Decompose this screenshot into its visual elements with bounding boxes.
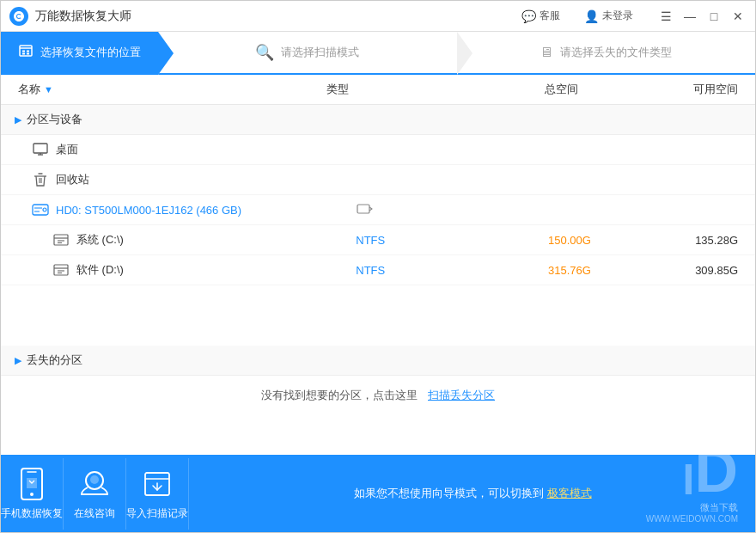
- online-consult-btn[interactable]: 在线咨询: [64, 458, 126, 530]
- partition-c-icon: [52, 231, 70, 248]
- svg-rect-6: [33, 205, 48, 215]
- col-total-header: 总空间: [418, 82, 578, 97]
- title-bar: 万能数据恢复大师 💬 客服 👤 未登录 ☰ — □ ✕: [1, 1, 755, 32]
- list-item-recycle[interactable]: 回收站: [1, 165, 755, 195]
- window-controls: ☰ — □ ✕: [657, 8, 747, 25]
- lost-notice-text: 没有找到想要的分区，点击这里: [261, 388, 418, 403]
- mobile-recovery-btn[interactable]: 手机数据恢复: [1, 458, 64, 530]
- svg-rect-1: [22, 51, 25, 52]
- scan-lost-link[interactable]: 扫描丢失分区: [428, 388, 495, 403]
- svg-rect-9: [54, 235, 68, 245]
- partition-d-type: NTFS: [297, 264, 444, 277]
- svg-rect-2: [22, 53, 25, 55]
- wizard-step1-icon: [18, 43, 34, 62]
- svg-rect-5: [34, 144, 47, 153]
- partition-c-name: 系统 (C:\): [76, 232, 297, 248]
- list-item-partition-c[interactable]: 系统 (C:\) NTFS 150.00G 135.28G: [1, 225, 755, 255]
- col-free-header: 可用空间: [578, 82, 738, 97]
- monitor-icon: 🖥: [540, 45, 553, 60]
- wizard-bar: 选择恢复文件的位置 🔍 请选择扫描模式 🖥 请选择丢失的文件类型: [1, 32, 755, 75]
- col-name-label: 名称: [18, 82, 40, 97]
- section-lost-header[interactable]: ▶ 丢失的分区: [1, 346, 755, 376]
- consult-icon: [77, 467, 112, 501]
- customer-label: 客服: [540, 9, 560, 23]
- main-content: ▶ 分区与设备 桌面: [1, 105, 755, 455]
- hdd-icon: [32, 201, 49, 218]
- bottom-msg-text: 如果您不想使用向导模式，可以切换到: [354, 486, 544, 501]
- svg-rect-10: [54, 265, 68, 275]
- wizard-step3-label: 请选择丢失的文件类型: [560, 45, 672, 60]
- table-header: 名称 ▼ 类型 总空间 可用空间: [1, 75, 755, 105]
- mobile-icon: [15, 467, 49, 501]
- app-title: 万能数据恢复大师: [35, 9, 515, 24]
- menu-btn[interactable]: ☰: [657, 8, 674, 25]
- section-lost-arrow: ▶: [15, 355, 21, 366]
- wizard-step1-label: 选择恢复文件的位置: [40, 45, 141, 60]
- app-logo: [9, 7, 28, 26]
- section-devices-arrow: ▶: [15, 114, 21, 126]
- import-scan-label: 导入扫描记录: [126, 506, 188, 521]
- svg-point-7: [43, 208, 46, 211]
- wizard-step2-label: 请选择扫描模式: [281, 45, 359, 60]
- login-btn[interactable]: 👤 未登录: [577, 6, 640, 26]
- svg-rect-0: [20, 46, 32, 56]
- col-name-header[interactable]: 名称 ▼: [18, 82, 258, 97]
- user-icon: 👤: [584, 9, 599, 23]
- wizard-step-3[interactable]: 🖥 请选择丢失的文件类型: [457, 32, 756, 73]
- bottom-message: 如果您不想使用向导模式，可以切换到 极客模式: [190, 455, 755, 532]
- login-label: 未登录: [602, 9, 633, 23]
- spacer: [1, 285, 755, 337]
- col-type-header: 类型: [258, 82, 418, 97]
- list-item-partition-d[interactable]: 软件 (D:\) NTFS 315.76G 309.85G: [1, 255, 755, 285]
- expert-mode-link[interactable]: 极客模式: [547, 486, 592, 501]
- import-icon: [140, 467, 174, 501]
- section-lost-label: 丢失的分区: [27, 352, 82, 368]
- partition-d-free: 309.85G: [591, 264, 738, 277]
- lost-notice: 没有找到想要的分区，点击这里 扫描丢失分区: [1, 376, 755, 415]
- mobile-recovery-label: 手机数据恢复: [1, 506, 63, 521]
- partition-d-icon: [52, 261, 70, 279]
- close-btn[interactable]: ✕: [729, 8, 747, 25]
- minimize-btn[interactable]: —: [681, 8, 698, 25]
- hd0-name: HD0: ST500LM000-1EJ162 (466 GB): [56, 204, 348, 217]
- svg-point-14: [90, 475, 99, 484]
- svg-rect-3: [27, 51, 29, 52]
- online-consult-label: 在线咨询: [74, 506, 115, 521]
- hd0-extra: [348, 203, 738, 217]
- app-window: 万能数据恢复大师 💬 客服 👤 未登录 ☰ — □ ✕: [0, 0, 756, 533]
- partition-c-free: 135.28G: [591, 234, 738, 247]
- bottom-left-buttons: 手机数据恢复 在线咨询: [1, 455, 190, 532]
- section-devices-label: 分区与设备: [27, 112, 82, 127]
- partition-d-total: 315.76G: [444, 264, 591, 277]
- chat-icon: 💬: [521, 9, 536, 23]
- wizard-step-1[interactable]: 选择恢复文件的位置: [1, 32, 158, 73]
- svg-rect-8: [357, 205, 369, 213]
- customer-service-btn[interactable]: 💬 客服: [515, 6, 567, 26]
- recycle-name: 回收站: [56, 172, 284, 187]
- partition-c-type: NTFS: [297, 234, 444, 247]
- partition-c-total: 150.00G: [444, 234, 591, 247]
- list-item-desktop[interactable]: 桌面: [1, 135, 755, 165]
- wizard-step-2[interactable]: 🔍 请选择扫描模式: [158, 32, 457, 73]
- section-devices-header[interactable]: ▶ 分区与设备: [1, 105, 755, 135]
- svg-rect-4: [27, 53, 29, 55]
- import-scan-btn[interactable]: 导入扫描记录: [126, 458, 189, 530]
- bottom-bar: 手机数据恢复 在线咨询: [1, 455, 755, 532]
- trash-icon: [32, 171, 49, 188]
- list-item-hd0[interactable]: HD0: ST500LM000-1EJ162 (466 GB): [1, 195, 755, 225]
- partition-d-name: 软件 (D:\): [76, 262, 297, 278]
- svg-point-12: [30, 493, 34, 496]
- sort-icon: ▼: [44, 84, 53, 95]
- maximize-btn[interactable]: □: [705, 8, 722, 25]
- search-icon: 🔍: [255, 43, 274, 62]
- title-actions: 💬 客服 👤 未登录 ☰ — □ ✕: [515, 6, 747, 26]
- desktop-name: 桌面: [56, 142, 284, 157]
- desktop-icon: [32, 141, 49, 158]
